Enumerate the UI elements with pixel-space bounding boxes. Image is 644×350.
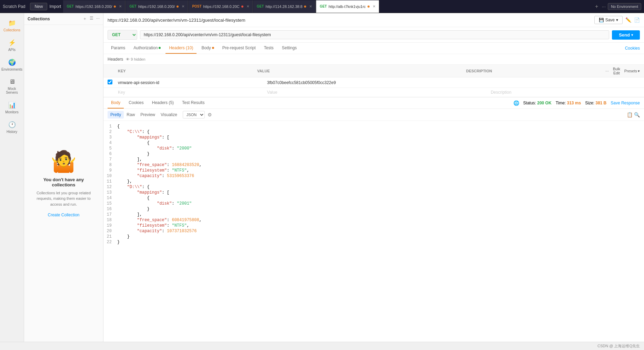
line-num-3: 3 — [103, 135, 117, 140]
url-bar: https://192.168.0.200/api/vcenter/vm/vm-… — [103, 13, 644, 27]
line-num-15: 15 — [103, 201, 117, 206]
code-line-14: 14 { — [103, 195, 644, 201]
save-response-button[interactable]: Save Response — [611, 101, 640, 105]
line-content-20: "capacity": 107371032576 — [117, 229, 644, 234]
more-options-icon[interactable]: ··· — [96, 16, 100, 22]
tab-method-0: GET — [67, 4, 74, 8]
request-tab-4[interactable]: Pre-request Script — [219, 43, 259, 54]
response-tab-0[interactable]: Body — [108, 97, 124, 109]
size-label: Size: 381 B — [585, 101, 606, 105]
eye-icon: 👁 — [126, 57, 130, 61]
line-content-4: { — [117, 141, 644, 145]
code-line-8: 8 "free_space": 16884203520, — [103, 162, 644, 168]
row-key-1[interactable]: Key — [118, 90, 267, 95]
request-tab-3[interactable]: Body — [198, 43, 217, 54]
new-button[interactable]: New — [30, 3, 47, 10]
left-panel-header: Collections ＋ ☰ ··· — [24, 13, 103, 25]
row-check-0[interactable] — [108, 80, 118, 85]
code-line-9: 9 "filesystem": "NTFS", — [103, 168, 644, 173]
sidebar-item-environments[interactable]: 🌍Environments — [0, 55, 24, 75]
sidebar-item-apis[interactable]: ⚡APIs — [0, 35, 24, 55]
sidebar-icon-mock-servers: 🖥 — [9, 78, 15, 85]
app-title: Scratch Pad — [3, 4, 28, 9]
tab-item-4[interactable]: GEThttp://alb-t7knk1vju1rc✕ — [316, 0, 379, 13]
format-tab-2[interactable]: Preview — [138, 111, 158, 119]
sidebar-item-mock-servers[interactable]: 🖥Mock Servers — [0, 75, 24, 98]
sidebar-icon-apis: ⚡ — [8, 39, 16, 47]
row-key-0[interactable]: vmware-api-session-id — [118, 80, 267, 85]
copy-icon[interactable]: 📋 — [627, 112, 633, 117]
tab-close-3[interactable]: ✕ — [309, 4, 312, 8]
url-input[interactable] — [140, 30, 609, 39]
request-tab-2[interactable]: Headers (10) — [165, 43, 197, 54]
tab-item-1[interactable]: GEThttps://192.168.0.200/✕ — [126, 0, 188, 13]
filter-icon[interactable]: ☰ — [90, 16, 93, 22]
sidebar-label-mock-servers: Mock Servers — [1, 87, 22, 94]
line-content-3: "mappings": [ — [117, 135, 644, 140]
code-line-6: 6 } — [103, 151, 644, 157]
edit-button[interactable]: ✏️ — [625, 17, 631, 23]
tab-close-1[interactable]: ✕ — [182, 4, 184, 8]
globe-icon: 🌐 — [513, 100, 519, 106]
tabs-area: GEThttps://192.168.0.200/✕GEThttps://192… — [63, 0, 592, 13]
format-tab-0[interactable]: Pretty — [108, 111, 124, 119]
tab-item-0[interactable]: GEThttps://192.168.0.200/✕ — [63, 0, 125, 13]
tab-close-4[interactable]: ✕ — [373, 4, 375, 8]
response-tab-1[interactable]: Cookies — [125, 97, 147, 109]
line-content-7: ], — [117, 157, 644, 162]
add-collection-icon[interactable]: ＋ — [83, 16, 87, 22]
tab-dot-1 — [177, 6, 179, 8]
top-bar: Scratch Pad New Import GEThttps://192.16… — [0, 0, 644, 13]
presets-button[interactable]: Presets ▾ — [624, 69, 640, 73]
line-content-15: "disk": "2001" — [117, 201, 644, 206]
main-layout: 📁Collections⚡APIs🌍Environments🖥Mock Serv… — [0, 13, 644, 342]
row-value-1[interactable]: Value — [267, 90, 491, 95]
method-select[interactable]: GET POST PUT DELETE PATCH — [108, 30, 137, 40]
request-tab-1[interactable]: Authorization — [130, 43, 164, 54]
tab-method-1: GET — [129, 4, 137, 8]
send-button[interactable]: Send ▾ — [612, 30, 640, 40]
line-num-8: 8 — [103, 163, 117, 167]
request-tab-0[interactable]: Params — [108, 43, 129, 54]
format-tab-3[interactable]: Visualize — [158, 111, 180, 119]
tab-close-2[interactable]: ✕ — [246, 4, 249, 8]
document-button[interactable]: 📄 — [634, 17, 640, 23]
tab-item-3[interactable]: GEThttp://114.28.162.38:8✕ — [253, 0, 316, 13]
environment-selector[interactable]: No Environment — [608, 3, 641, 10]
tab-item-2[interactable]: POSThttps://192.168.0.20C✕ — [189, 0, 253, 13]
line-num-12: 12 — [103, 185, 117, 189]
row-checkbox-0[interactable] — [108, 80, 112, 84]
line-num-1: 1 — [103, 124, 117, 129]
tab-url-1: https://192.168.0.200/ — [138, 4, 175, 9]
response-tab-2[interactable]: Headers (5) — [149, 97, 177, 109]
header-row-0: vmware-api-session-id 3fb07c0beefcc581cb… — [103, 78, 644, 88]
response-tab-3[interactable]: Test Results — [179, 97, 208, 109]
code-line-16: 16 } — [103, 206, 644, 212]
search-icon[interactable]: 🔍 — [634, 112, 640, 117]
request-tabs: ParamsAuthorization Headers (10)Body Pre… — [103, 43, 644, 54]
sidebar-item-monitors[interactable]: 📊Monitors — [0, 98, 24, 117]
save-button[interactable]: 💾 Save ▾ — [594, 16, 623, 24]
sidebar-item-history[interactable]: 🕐History — [0, 117, 24, 137]
more-icon[interactable]: ··· — [605, 69, 609, 73]
format-tab-1[interactable]: Raw — [124, 111, 138, 119]
cookies-link[interactable]: Cookies — [625, 46, 640, 51]
line-num-9: 9 — [103, 168, 117, 173]
format-select[interactable]: JSON XML HTML Text — [183, 111, 205, 119]
create-collection-link[interactable]: Create Collection — [48, 213, 79, 217]
sidebar-item-collections[interactable]: 📁Collections — [0, 16, 24, 35]
add-tab-button[interactable]: + — [594, 3, 600, 10]
more-tabs-button[interactable]: ··· — [602, 4, 606, 9]
headers-section: Headers 👁 9 hidden — [103, 54, 644, 65]
line-content-13: "mappings": [ — [117, 190, 644, 195]
req-tab-dot-3 — [212, 47, 214, 49]
filter-icon[interactable]: ⚙ — [208, 112, 212, 117]
bulk-edit-button[interactable]: Bulk Edit — [612, 67, 622, 75]
request-tab-6[interactable]: Settings — [279, 43, 300, 54]
request-tab-5[interactable]: Tests — [260, 43, 277, 54]
line-num-4: 4 — [103, 141, 117, 145]
import-button[interactable]: Import — [49, 4, 61, 9]
code-line-19: 19 "filesystem": "NTFS", — [103, 223, 644, 228]
tab-close-0[interactable]: ✕ — [119, 4, 122, 8]
code-line-20: 20 "capacity": 107371032576 — [103, 228, 644, 234]
